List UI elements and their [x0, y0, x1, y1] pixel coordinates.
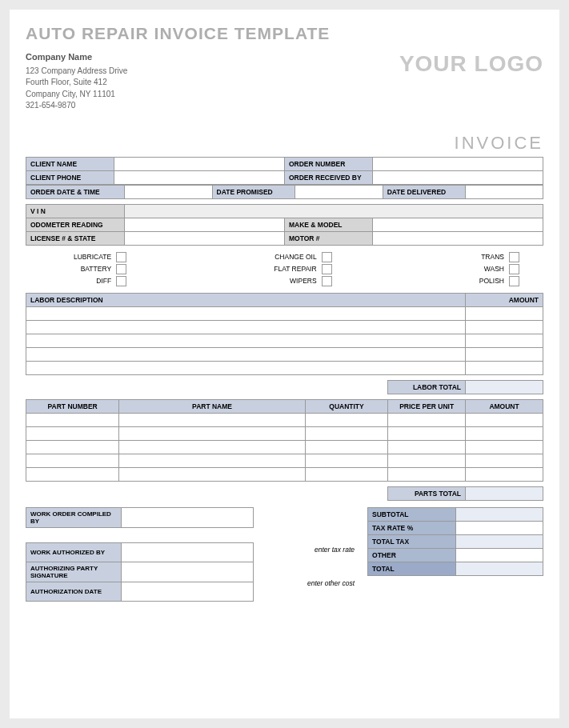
parts-total-table: PARTS TOTAL — [26, 486, 543, 501]
change-oil-checkbox[interactable] — [322, 252, 332, 262]
motor-field[interactable] — [372, 231, 543, 245]
compiled-by-table: WORK ORDER COMPILED BY — [26, 507, 254, 528]
date-delivered-label: DATE DELIVERED — [383, 185, 465, 198]
odometer-label: ODOMETER READING — [26, 218, 125, 231]
header: Company Name 123 Company Address Drive F… — [26, 51, 543, 112]
subtotal-field[interactable] — [455, 507, 543, 521]
labor-row — [26, 306, 543, 320]
lubricate-checkbox[interactable] — [116, 252, 126, 262]
trans-label: TRANS — [481, 253, 504, 261]
diff-label: DIFF — [96, 277, 111, 285]
parts-row — [26, 467, 543, 481]
company-block: Company Name 123 Company Address Drive F… — [26, 51, 127, 112]
parts-total-label: PARTS TOTAL — [388, 486, 466, 500]
enter-other-hint: enter other cost — [263, 579, 358, 587]
logo-placeholder: YOUR LOGO — [399, 51, 543, 77]
tax-rate-label: TAX RATE % — [368, 521, 455, 534]
order-dates-table: ORDER DATE & TIME DATE PROMISED DATE DEL… — [26, 185, 543, 199]
invoice-label: INVOICE — [26, 133, 543, 154]
compiled-by-field[interactable] — [122, 507, 254, 527]
battery-checkbox[interactable] — [116, 264, 126, 274]
auth-date-label: AUTHORIZATION DATE — [26, 582, 122, 601]
part-number-header: PART NUMBER — [26, 399, 119, 413]
labor-row — [26, 347, 543, 361]
date-delivered-field[interactable] — [466, 185, 543, 198]
ppu-header: PRICE PER UNIT — [388, 399, 466, 413]
enter-tax-hint: enter tax rate — [263, 546, 358, 554]
client-phone-field[interactable] — [114, 170, 284, 184]
flat-repair-label: FLAT REPAIR — [274, 265, 316, 273]
check-col-2: CHANGE OIL FLAT REPAIR WIPERS — [274, 252, 331, 286]
other-field[interactable] — [455, 548, 543, 562]
signature-label: AUTHORIZING PARTY SIGNATURE — [26, 562, 122, 582]
service-checks: LUBRICATE BATTERY DIFF CHANGE OIL FLAT R… — [26, 246, 543, 293]
bottom-section: WORK ORDER COMPILED BY WORK AUTHORIZED B… — [26, 507, 543, 602]
authorized-by-field[interactable] — [122, 542, 254, 562]
total-tax-field[interactable] — [455, 534, 543, 548]
license-field[interactable] — [124, 231, 284, 245]
trans-checkbox[interactable] — [509, 252, 519, 262]
labor-total-label: LABOR TOTAL — [388, 380, 466, 394]
parts-total-field[interactable] — [466, 486, 543, 500]
compiled-by-label: WORK ORDER COMPILED BY — [26, 507, 122, 527]
authorization-table: WORK AUTHORIZED BY AUTHORIZING PARTY SIG… — [26, 542, 254, 602]
odometer-field[interactable] — [124, 218, 284, 231]
authorized-by-label: WORK AUTHORIZED BY — [26, 542, 122, 562]
tax-rate-field[interactable] — [455, 521, 543, 534]
labor-total-table: LABOR TOTAL — [26, 380, 543, 394]
order-number-label: ORDER NUMBER — [284, 157, 372, 170]
lubricate-label: LUBRICATE — [74, 253, 111, 261]
vin-field[interactable] — [124, 204, 543, 218]
parts-row — [26, 413, 543, 426]
wipers-checkbox[interactable] — [322, 276, 332, 286]
page-title: AUTO REPAIR INVOICE TEMPLATE — [26, 24, 543, 43]
labor-table: LABOR DESCRIPTION AMOUNT — [26, 293, 543, 375]
parts-table: PART NUMBER PART NAME QUANTITY PRICE PER… — [26, 399, 543, 482]
parts-row — [26, 440, 543, 454]
check-col-3: TRANS WASH POLISH — [479, 252, 519, 286]
parts-row — [26, 454, 543, 467]
totals-table: SUBTOTAL TAX RATE % TOTAL TAX OTHER TOTA… — [367, 507, 543, 576]
diff-checkbox[interactable] — [116, 276, 126, 286]
company-addr3: Company City, NY 11101 — [26, 89, 127, 101]
vehicle-table: V I N ODOMETER READING MAKE & MODEL LICE… — [26, 204, 543, 246]
labor-row — [26, 334, 543, 347]
change-oil-label: CHANGE OIL — [274, 253, 316, 261]
wipers-label: WIPERS — [290, 277, 317, 285]
auth-date-field[interactable] — [122, 582, 254, 601]
company-addr2: Fourth Floor, Suite 412 — [26, 77, 127, 89]
wash-checkbox[interactable] — [509, 264, 519, 274]
total-label: TOTAL — [368, 562, 455, 575]
invoice-page: AUTO REPAIR INVOICE TEMPLATE Company Nam… — [0, 0, 569, 728]
labor-desc-header: LABOR DESCRIPTION — [26, 293, 466, 306]
order-received-by-label: ORDER RECEIVED BY — [284, 170, 372, 184]
polish-checkbox[interactable] — [509, 276, 519, 286]
labor-amount-header: AMOUNT — [466, 293, 543, 306]
total-field[interactable] — [455, 562, 543, 575]
order-received-by-field[interactable] — [372, 170, 543, 184]
parts-row — [26, 426, 543, 440]
date-promised-label: DATE PROMISED — [212, 185, 295, 198]
make-model-label: MAKE & MODEL — [284, 218, 372, 231]
license-label: LICENSE # & STATE — [26, 231, 125, 245]
check-col-1: LUBRICATE BATTERY DIFF — [74, 252, 126, 286]
wash-label: WASH — [484, 265, 504, 273]
order-date-time-field[interactable] — [124, 185, 212, 198]
vin-label: V I N — [26, 204, 125, 218]
client-name-field[interactable] — [114, 157, 284, 170]
order-number-field[interactable] — [372, 157, 543, 170]
client-name-label: CLIENT NAME — [26, 157, 114, 170]
labor-total-field[interactable] — [466, 380, 543, 394]
hints-col: enter tax rate enter other cost — [263, 507, 358, 587]
company-name: Company Name — [26, 51, 127, 64]
date-promised-field[interactable] — [295, 185, 383, 198]
polish-label: POLISH — [479, 277, 504, 285]
client-phone-label: CLIENT PHONE — [26, 170, 114, 184]
quantity-header: QUANTITY — [305, 399, 387, 413]
signature-field[interactable] — [122, 562, 254, 582]
make-model-field[interactable] — [372, 218, 543, 231]
total-tax-label: TOTAL TAX — [368, 534, 455, 548]
labor-row — [26, 361, 543, 374]
part-name-header: PART NAME — [119, 399, 306, 413]
flat-repair-checkbox[interactable] — [322, 264, 332, 274]
